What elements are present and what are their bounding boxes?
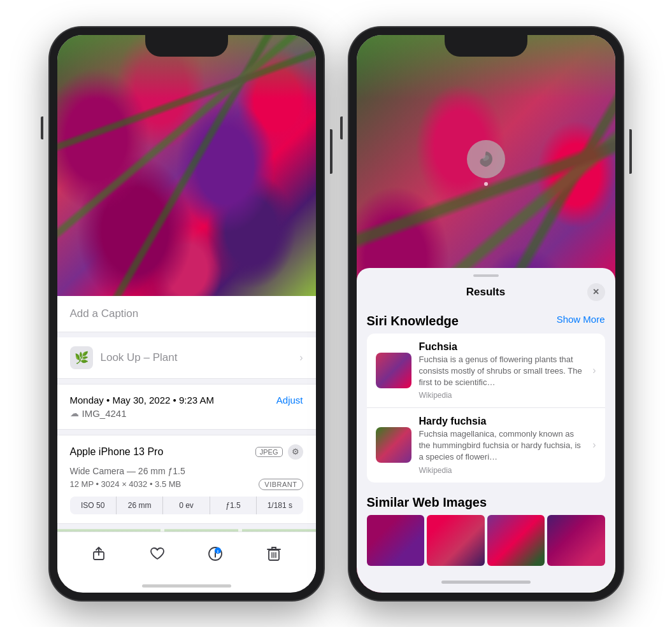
- fuchsia-thumbnail: [376, 353, 411, 388]
- right-home-indicator: [441, 581, 531, 584]
- left-phone-screen: Add a Caption 🌿 Look Up – Plant › Monday…: [57, 35, 316, 532]
- siri-knowledge-section: Siri Knowledge Show More: [357, 306, 615, 334]
- caption-placeholder[interactable]: Add a Caption: [70, 307, 139, 320]
- left-phone-frame: Add a Caption 🌿 Look Up – Plant › Monday…: [50, 27, 324, 600]
- hardy-title: Hardy fuchsia: [419, 416, 585, 427]
- map-road-v1: [161, 529, 164, 532]
- results-title: Results: [466, 286, 505, 299]
- device-name: Apple iPhone 13 Pro: [70, 446, 164, 458]
- favorite-button[interactable]: [143, 540, 171, 568]
- info-panel: Add a Caption 🌿 Look Up – Plant › Monday…: [57, 296, 316, 532]
- hardy-desc: Fuchsia magellanica, commonly known as t…: [419, 428, 585, 463]
- share-button[interactable]: [85, 540, 113, 568]
- right-phone-frame: Results ✕ Siri Knowledge Show More Fuchs…: [349, 27, 623, 600]
- fuchsia-title: Fuchsia: [419, 341, 585, 353]
- results-panel: Results ✕ Siri Knowledge Show More Fuchs…: [357, 268, 615, 593]
- fuchsia-source: Wikipedia: [419, 391, 585, 400]
- cloud-icon: ☁: [70, 408, 79, 418]
- map-section[interactable]: [57, 529, 316, 532]
- hardy-thumbnail: [376, 427, 411, 463]
- badges: JPEG ⚙: [255, 444, 303, 460]
- exif-row: ISO 50 26 mm 0 ev ƒ1.5 1/181 s: [70, 497, 303, 514]
- toolbar: i: [57, 532, 316, 581]
- map-background: [57, 529, 316, 532]
- lookup-label: Look Up – Plant: [101, 351, 178, 364]
- siri-leaf-icon: 🌿: [70, 346, 93, 369]
- svg-text:i: i: [217, 549, 218, 553]
- notch: [145, 35, 228, 57]
- stem-lines: [57, 35, 316, 296]
- knowledge-item-hardy[interactable]: Hardy fuchsia Fuchsia magellanica, commo…: [367, 408, 605, 483]
- hardy-info: Hardy fuchsia Fuchsia magellanica, commo…: [419, 416, 585, 475]
- lookup-row[interactable]: 🌿 Look Up – Plant ›: [57, 337, 316, 379]
- hardy-chevron-icon: ›: [592, 439, 596, 451]
- meta-filename: ☁ IMG_4241: [70, 408, 303, 419]
- exif-aperture: ƒ1.5: [210, 497, 257, 514]
- meta-date: Monday • May 30, 2022 • 9:23 AM: [70, 395, 214, 405]
- similar-img-3[interactable]: [487, 515, 545, 566]
- exif-ev: 0 ev: [163, 497, 210, 514]
- show-more-button[interactable]: Show More: [557, 314, 605, 325]
- fuchsia-chevron-icon: ›: [592, 365, 596, 376]
- similar-img-2[interactable]: [427, 515, 485, 566]
- exif-focal: 26 mm: [117, 497, 163, 514]
- results-header: Results ✕: [357, 277, 615, 306]
- map-road-v2: [238, 529, 242, 532]
- fuchsia-info: Fuchsia Fuchsia is a genus of flowering …: [419, 341, 585, 400]
- caption-area[interactable]: Add a Caption: [57, 296, 316, 332]
- similar-img-4[interactable]: [547, 515, 605, 566]
- resolution-text: 12 MP • 3024 × 4032 • 3.5 MB: [70, 479, 182, 489]
- siri-bubble[interactable]: [467, 140, 505, 178]
- vibrant-badge: VIBRANT: [259, 479, 303, 490]
- siri-dot: [484, 182, 488, 186]
- camera-spec: Wide Camera — 26 mm ƒ1.5: [70, 466, 303, 476]
- knowledge-card: Fuchsia Fuchsia is a genus of flowering …: [367, 334, 605, 483]
- meta-section: Monday • May 30, 2022 • 9:23 AM Adjust ☁…: [57, 384, 316, 430]
- hardy-source: Wikipedia: [419, 466, 585, 475]
- photo-area[interactable]: [57, 35, 316, 296]
- exif-shutter: 1/181 s: [257, 497, 303, 514]
- knowledge-item-fuchsia[interactable]: Fuchsia Fuchsia is a genus of flowering …: [367, 334, 605, 409]
- delete-button[interactable]: [260, 540, 288, 568]
- similar-img-1[interactable]: [367, 515, 425, 566]
- similar-images: [357, 515, 615, 566]
- exif-iso: ISO 50: [70, 497, 117, 514]
- close-button[interactable]: ✕: [587, 283, 605, 301]
- right-notch: [445, 35, 527, 57]
- format-badge: JPEG: [255, 447, 283, 457]
- fuchsia-desc: Fuchsia is a genus of flowering plants t…: [419, 354, 585, 389]
- similar-label: Similar Web Images: [357, 490, 615, 515]
- info-button[interactable]: i: [201, 540, 229, 568]
- device-section: Apple iPhone 13 Pro JPEG ⚙ Wide Camera —…: [57, 435, 316, 524]
- adjust-button[interactable]: Adjust: [276, 395, 303, 405]
- gear-icon[interactable]: ⚙: [288, 444, 303, 460]
- similar-section: Similar Web Images: [357, 488, 615, 566]
- home-indicator: [142, 584, 231, 588]
- lookup-chevron-icon: ›: [299, 352, 303, 363]
